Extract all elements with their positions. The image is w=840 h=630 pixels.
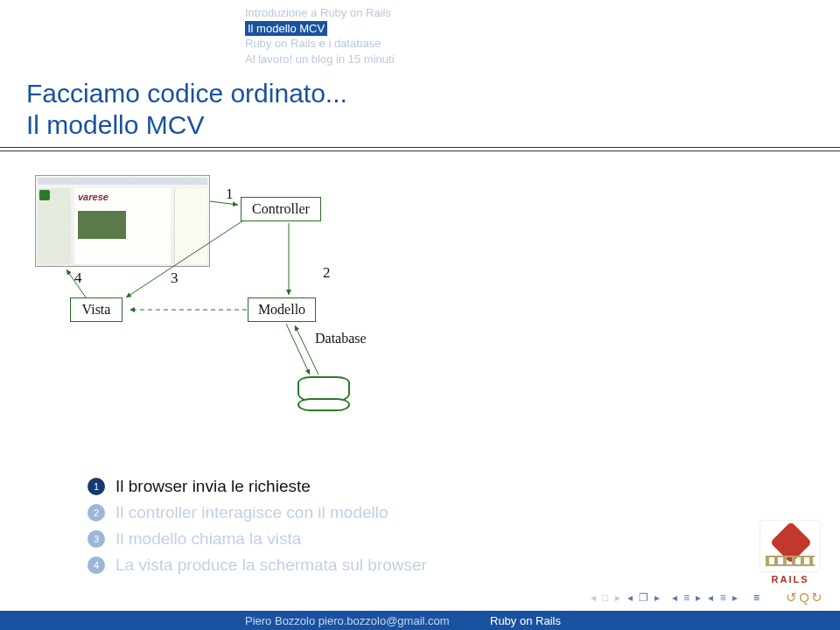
diagram-arrows [35, 175, 429, 438]
nav-item-intro[interactable]: Introduzione a Ruby on Rails [245, 5, 395, 21]
bullet-number-icon: 1 [88, 478, 105, 495]
bullet-2: 2 Il controller interagisce con il model… [88, 503, 427, 522]
nav-item-mcv[interactable]: Il modello MCV [245, 21, 395, 37]
bullet-4: 4 La vista produce la schermata sul brow… [88, 556, 427, 575]
beamer-nav-icons[interactable]: ◂ □ ▸◂ ❐ ▸ ◂ ≡ ▸◂ ≡ ▸ ≡ [591, 592, 761, 604]
divider [0, 147, 840, 148]
svg-line-3 [66, 270, 86, 298]
header-nav: Introduzione a Ruby on Rails Il modello … [245, 5, 395, 66]
bullet-number-icon: 3 [88, 530, 105, 548]
nav-item-blog[interactable]: Al lavoro! un blog in 15 minuti [245, 52, 395, 67]
title-line1: Facciamo codice ordinato... [26, 79, 347, 108]
footer-author: Piero Bozzolo piero.bozzolo@gmail.com [245, 614, 450, 627]
nav-item-db[interactable]: Ruby on Rails e i database [245, 36, 395, 52]
rails-logo: RAILS [760, 520, 821, 584]
footer-talk: Ruby on Rails [490, 614, 561, 627]
bullet-number-icon: 4 [88, 556, 105, 574]
bullet-list: 1 Il browser invia le richieste 2 Il con… [88, 477, 427, 582]
divider [0, 150, 840, 151]
title-line2: Il modello MCV [26, 110, 347, 140]
beamer-cycle-icons[interactable]: ↺Q↻ [784, 590, 822, 606]
slide-title: Facciamo codice ordinato... Il modello M… [26, 79, 347, 140]
mvc-diagram: varese Controller Vista Modello 1 2 3 4 … [35, 175, 429, 438]
bullet-1: 1 Il browser invia le richieste [88, 477, 427, 496]
svg-line-2 [126, 220, 243, 298]
svg-line-0 [210, 201, 238, 205]
bullet-3: 3 Il modello chiama la vista [88, 529, 427, 549]
bullet-number-icon: 2 [88, 504, 105, 522]
